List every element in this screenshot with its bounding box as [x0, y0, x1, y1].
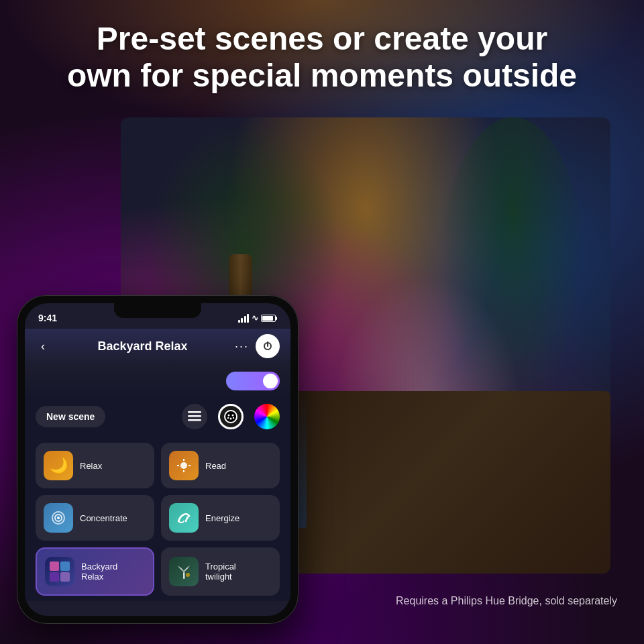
energize-icon: [169, 503, 199, 533]
concentrate-label: Concentrate: [80, 513, 127, 523]
svg-rect-4: [188, 419, 201, 421]
scene-tropical[interactable]: Tropical twilight: [161, 547, 280, 596]
svg-point-8: [230, 418, 232, 420]
status-icons: ∿: [238, 313, 278, 323]
tropical-icon: [169, 557, 199, 586]
svg-point-6: [228, 415, 230, 417]
svg-point-10: [233, 417, 234, 419]
new-scene-button[interactable]: New scene: [36, 406, 105, 427]
phone-notch: [114, 303, 201, 318]
wifi-icon: ∿: [252, 313, 258, 323]
svg-rect-2: [188, 411, 201, 413]
battery-icon: [261, 315, 277, 322]
nav-title: Backyard Relax: [97, 339, 187, 354]
power-button[interactable]: [256, 334, 280, 358]
scene-grid: 🌙 Relax Read: [25, 437, 290, 601]
relax-icon: 🌙: [44, 451, 73, 480]
tropical-label: Tropical twilight: [205, 561, 236, 582]
status-time: 9:41: [38, 313, 57, 323]
concentrate-icon: [44, 503, 73, 533]
footer-note: Requires a Philips Hue Bridge, sold sepa…: [396, 595, 617, 607]
scene-energize[interactable]: Energize: [161, 495, 280, 541]
power-icon: [262, 341, 273, 352]
toolbar-icons: [182, 404, 280, 429]
signal-icon: [238, 314, 250, 323]
svg-rect-19: [183, 572, 185, 579]
read-icon: [169, 451, 199, 480]
nav-header: ‹ Backyard Relax ···: [25, 329, 290, 366]
backyard-label: Backyard Relax: [81, 561, 117, 582]
svg-point-9: [227, 417, 229, 419]
svg-point-5: [225, 411, 237, 423]
scene-relax[interactable]: 🌙 Relax: [36, 443, 154, 488]
tropical-icon-svg: [175, 563, 193, 580]
toggle-area: [25, 366, 290, 398]
read-icon-svg: [176, 458, 192, 474]
backyard-icon: [45, 557, 74, 586]
relax-label: Relax: [80, 461, 102, 471]
energize-label: Energize: [205, 513, 239, 523]
svg-point-7: [232, 415, 234, 417]
page-title: Pre-set scenes or create your own for sp…: [0, 20, 644, 94]
back-button[interactable]: ‹: [36, 337, 50, 356]
energize-icon-svg: [175, 509, 193, 527]
svg-point-11: [180, 462, 187, 469]
svg-point-18: [57, 517, 60, 519]
palette-icon: [223, 409, 238, 424]
phone-screen: 9:41 ∿: [25, 303, 290, 616]
nav-right: ···: [235, 334, 280, 358]
concentrate-icon-svg: [50, 509, 67, 527]
phone-mockup: 9:41 ∿: [17, 295, 299, 624]
svg-point-20: [186, 573, 190, 577]
toggle-thumb: [263, 374, 278, 388]
svg-rect-3: [188, 415, 201, 417]
toggle-switch[interactable]: [226, 372, 280, 390]
read-label: Read: [205, 461, 226, 471]
scene-backyard[interactable]: Backyard Relax: [36, 547, 154, 596]
list-icon: [188, 411, 201, 422]
color-wheel-button[interactable]: [254, 404, 280, 429]
list-view-button[interactable]: [182, 404, 207, 429]
more-options-button[interactable]: ···: [235, 339, 249, 354]
toolbar: New scene: [25, 398, 290, 437]
scene-concentrate[interactable]: Concentrate: [36, 495, 154, 541]
header: Pre-set scenes or create your own for sp…: [0, 20, 644, 94]
scene-read[interactable]: Read: [161, 443, 280, 488]
palette-button[interactable]: [218, 404, 244, 429]
